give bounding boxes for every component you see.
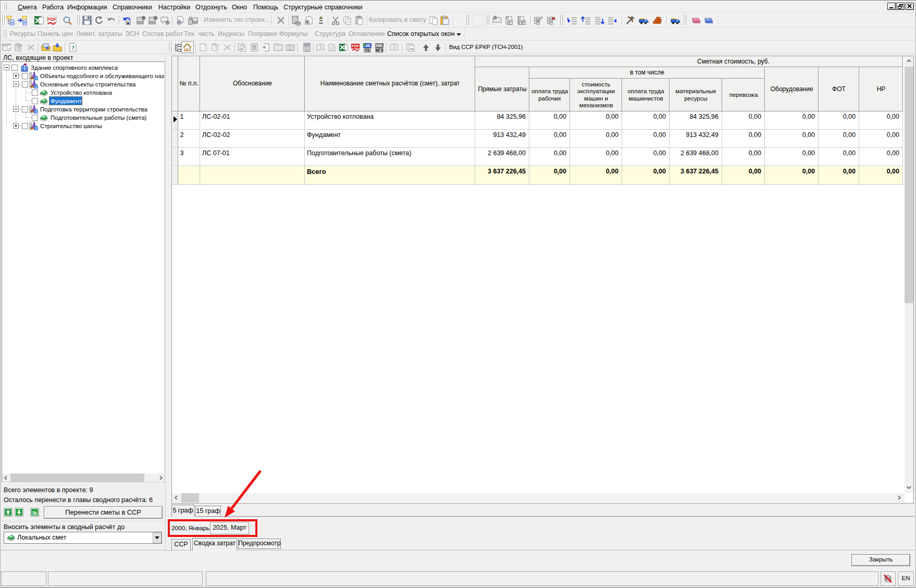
svg-text:?: ? xyxy=(71,45,75,51)
svg-text:ПЗ: ПЗ xyxy=(365,48,370,52)
svg-text:PDF: PDF xyxy=(47,17,56,22)
svg-text:№: № xyxy=(32,510,37,515)
svg-text:✱: ✱ xyxy=(127,21,130,25)
svg-text:XML: XML xyxy=(376,44,384,47)
svg-text:PDF: PDF xyxy=(352,44,360,48)
svg-text:Σ: Σ xyxy=(289,46,292,50)
svg-text:%: % xyxy=(410,47,413,52)
svg-text:F: F xyxy=(332,48,335,51)
svg-text:МГЭ: МГЭ xyxy=(376,48,383,52)
svg-text:%: % xyxy=(242,45,245,48)
svg-text:ПР: ПР xyxy=(519,20,524,25)
svg-text:P: P xyxy=(509,20,511,25)
